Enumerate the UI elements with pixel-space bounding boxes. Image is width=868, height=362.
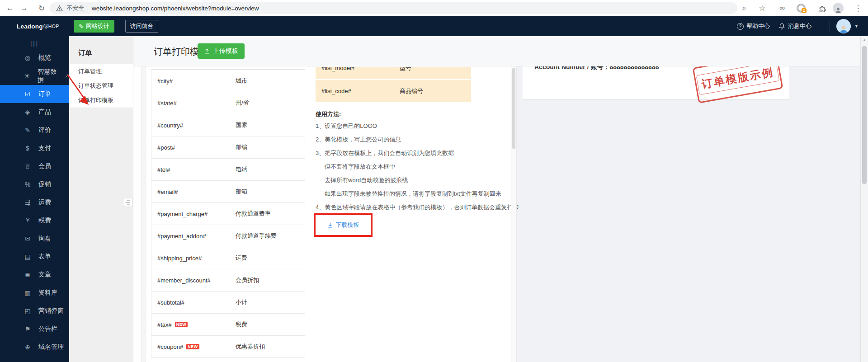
field-code-cell: #subtotal# [151,299,236,306]
submenu-item[interactable]: 订单管理 [69,64,133,79]
sidebar-item[interactable]: ￥ 税费 ↗ [0,212,69,230]
sidebar-item[interactable]: ◎ 概览 ↗ [0,49,69,67]
help-icon: ? [737,23,744,30]
sidebar-item-label: 促销 [38,180,51,188]
reload-icon[interactable]: ↻ [35,0,48,16]
sidebar-item[interactable]: ≣ 文章 ↗ [0,266,69,284]
content-scrollbar[interactable] [511,66,517,362]
usage-title: 使用方法: [316,110,341,118]
sidebar-item[interactable]: ☑ 订单 ↗ [0,85,69,103]
avatar-dropdown-caret[interactable]: ▼ [854,16,859,36]
sidebar-item[interactable]: ✎ 评价 ↗ [0,121,69,139]
field-label: 小计 [236,298,305,306]
logo-text-bold: Leadong [17,23,43,30]
submenu-item[interactable]: 订单打印模板 [69,93,133,108]
table-row: #city# 城市 [151,70,305,92]
field-codes-table: #city# 城市 #state# 州/省 #country# 国家 [151,69,305,358]
field-label: 州/省 [236,99,305,107]
sidebar-item-icon: $ [24,145,32,152]
help-center-label: 帮助中心 [746,22,770,30]
sidebar-item-icon: % [24,181,32,188]
upload-icon [204,48,210,54]
sidebar-item-label: 运费 [38,198,51,207]
message-center-link[interactable]: 消息中心 [778,16,811,36]
table-row: #coupon# NEW 优惠券折扣 [151,335,305,357]
scrollbar-thumb[interactable] [512,68,515,149]
download-icon [327,222,333,228]
sidebar-item[interactable]: ⇶ 运费 ↗ [0,193,69,212]
url-text: website.leadongshop.com/phoenix/website?… [92,5,259,12]
download-template-label: 下载模板 [336,221,359,229]
sidebar-item[interactable]: ♕ 会员 ↗ [0,157,69,175]
field-code: #payment_charge# [157,211,208,217]
sidebar-item[interactable]: $ 支付 ↗ [0,139,69,157]
usage-line: 但不要将字段放在文本框中 [316,160,514,174]
sidebar-item-icon: ◎ [24,54,32,61]
sidebar-item[interactable]: ◈ 产品 ↗ [0,103,69,121]
sidebar-item[interactable]: ⚑ 公告栏 ↗ [0,320,69,338]
sidebar-item[interactable]: ◰ 营销弹窗 ↗ [0,302,69,320]
field-code-cell: #member_discount# [151,277,236,284]
table-row: #email# 邮箱 [151,180,305,202]
sidebar-item[interactable]: ✉ 询盘 ↗ [0,230,69,248]
usage-instructions: 1、设置您自己的LOGO 2、美化模板，写上您公司的信息 3、把字段放在模板上，… [316,119,514,214]
sidebar-item[interactable]: ▦ 资料库 ↗ [0,284,69,302]
submenu-item[interactable]: 订单状态管理 [69,79,133,93]
submenu-collapse-button[interactable] [123,198,133,207]
profile-icon[interactable] [832,0,844,16]
table-row: #member_discount# 会员折扣 [151,269,305,291]
sidebar-item[interactable]: ⊕ 域名管理 ↗ [0,338,69,356]
usage-line: 如果出现字段未被替换掉的情况，请将字段复制到txt文件再复制回来 [316,187,514,201]
field-label: 电话 [236,165,305,174]
browser-menu-icon[interactable]: ⋮ [852,0,864,16]
page-scrollbar-thumb[interactable] [862,46,867,184]
help-center-link[interactable]: ? 帮助中心 [737,16,770,36]
website-design-button[interactable]: ✎ 网站设计 [74,20,114,33]
table-row: #payment_charge# 付款通道费率 [151,202,305,225]
left-scrollbar-track[interactable] [141,66,146,362]
sidebar-item[interactable]: % 促销 ↗ [0,175,69,193]
back-icon[interactable]: ← [4,0,16,16]
field-code: #post# [157,144,175,151]
bookmark-star-icon[interactable]: ☆ [756,0,769,16]
upload-template-button[interactable]: 上传模板 [198,43,245,59]
submenu-item-label: 订单管理 [78,67,102,75]
sidebar-item-icon: ⊕ [24,343,32,351]
user-avatar[interactable] [836,19,851,33]
visit-frontend-button[interactable]: 访问前台 [125,20,158,33]
field-label: 付款通道费率 [236,210,305,218]
table-row: #payment_addon# 付款通道手续费 [151,225,305,247]
field-code: #state# [157,100,177,107]
share-link-icon[interactable]: ∞ [776,0,788,16]
sidebar-item-label: 订单 [38,90,51,98]
message-center-label: 消息中心 [788,22,811,30]
sidebar-collapse-icon[interactable]: ||| [0,40,69,47]
address-bar[interactable]: 不安全 website.leadongshop.com/phoenix/webs… [50,2,737,14]
sidebar-item-icon: ▤ [24,253,32,260]
usage-line-text: 4、黄色区域字段请放在表格中（参考我们的模板），否则订单数据会重复打印 [316,204,519,211]
sidebar-item[interactable]: ☀ 智慧数据 ↗ [0,67,69,85]
usage-line-text: 如果出现字段未被替换掉的情况，请将字段复制到txt文件再复制回来 [325,190,501,197]
sidebar-item-label: 营销弹窗 [38,307,64,315]
field-label: 国家 [236,121,305,129]
sidebar-item[interactable]: ▤ 表单 ↗ [0,248,69,266]
forward-icon[interactable]: → [18,0,30,16]
field-code-cell: #post# [151,144,236,151]
main-sidebar: ||| ◎ 概览 ↗ ☀ 智慧数据 ↗ ☑ 订单 ↗ [0,36,69,362]
sidebar-item-label: 域名管理 [38,343,64,351]
page-scrollbar[interactable]: ▲ [860,36,868,362]
field-code: #shipping_price# [157,255,202,262]
app-navbar: LeadongⓈHOP ✎ 网站设计 访问前台 ? 帮助中心 消息中心 ▼ [0,16,868,36]
scroll-up-icon[interactable]: ▲ [861,36,868,44]
table-row: #tel# 电话 [151,158,305,180]
field-code: #email# [157,188,178,195]
visit-frontend-label: 访问前台 [130,22,154,30]
field-code: #coupon# [157,343,183,350]
sidebar-item-label: 评价 [38,126,51,134]
submenu-item-label: 订单状态管理 [78,82,113,90]
download-template-button[interactable]: 下载模板 [327,221,359,229]
field-code: #tel# [157,166,170,173]
zoom-icon[interactable]: ⌕ [738,0,750,16]
extension-badge-icon[interactable]: 1 [795,0,807,16]
extensions-puzzle-icon[interactable] [816,0,828,16]
